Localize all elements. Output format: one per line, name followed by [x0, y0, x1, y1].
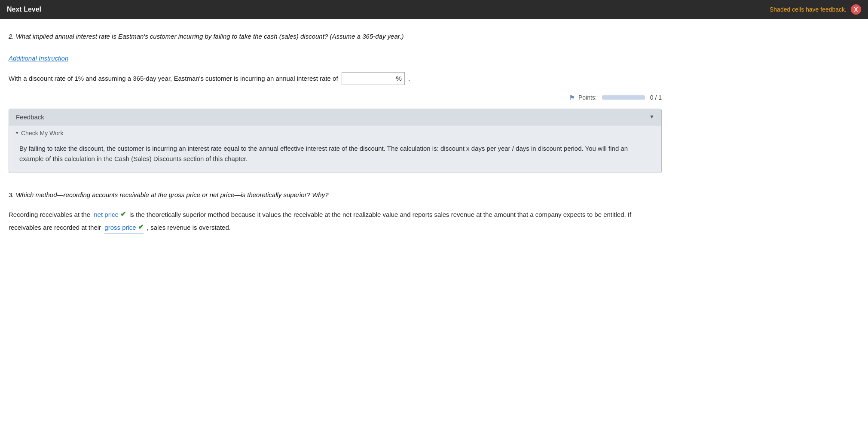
app-title: Next Level — [7, 6, 41, 13]
app-header: Next Level Shaded cells have feedback. X — [0, 0, 868, 19]
question3-block: 3. Which method—recording accounts recei… — [9, 190, 662, 234]
net-price-answer-text: net price — [94, 209, 119, 220]
percent-symbol: % — [396, 73, 402, 84]
answer-input-wrapper: % — [342, 72, 405, 85]
inline-answer-net-price: net price ✔ — [94, 208, 126, 221]
q3-text-before: Recording receivables at the — [9, 211, 90, 218]
flag-icon: ⚑ — [569, 94, 575, 102]
feedback-body-text: By failing to take the discount, the cus… — [16, 142, 654, 166]
q3-text-after: , sales revenue is overstated. — [147, 224, 231, 231]
net-price-checkmark-icon: ✔ — [120, 208, 126, 221]
gross-price-checkmark-icon: ✔ — [138, 221, 144, 234]
points-row: ⚑ Points: 0 / 1 — [9, 94, 662, 102]
answer-line: With a discount rate of 1% and assuming … — [9, 72, 662, 85]
question2-block: 2. What implied annual interest rate is … — [9, 32, 662, 173]
additional-instruction-link[interactable]: Additional Instruction — [9, 55, 68, 62]
check-my-work-row: ▾ Check My Work — [16, 130, 654, 137]
gross-price-answer-text: gross price — [104, 222, 136, 233]
check-my-work-label: Check My Work — [21, 130, 64, 137]
main-content: 2. What implied annual interest rate is … — [0, 19, 670, 243]
header-right: Shaded cells have feedback. X — [770, 4, 861, 15]
feedback-container: Feedback ▼ ▾ Check My Work By failing to… — [9, 109, 662, 173]
question2-text: 2. What implied annual interest rate is … — [9, 32, 662, 42]
feedback-header[interactable]: Feedback ▼ — [9, 109, 661, 125]
feedback-header-label: Feedback — [16, 113, 44, 121]
close-button[interactable]: X — [851, 4, 861, 15]
annual-rate-input[interactable] — [345, 75, 396, 82]
inline-answer-gross-price: gross price ✔ — [104, 221, 143, 234]
points-label: Points: — [578, 94, 597, 101]
points-value: 0 / 1 — [650, 94, 662, 101]
feedback-body: ▾ Check My Work By failing to take the d… — [9, 125, 661, 173]
points-progress-bar — [602, 95, 645, 100]
shaded-cells-notice: Shaded cells have feedback. — [770, 6, 847, 13]
feedback-chevron-icon: ▼ — [649, 114, 654, 120]
answer-text-before: With a discount rate of 1% and assuming … — [9, 73, 338, 84]
check-my-work-triangle-icon: ▾ — [16, 130, 18, 136]
answer-text-after: . — [408, 73, 410, 84]
question3-text: 3. Which method—recording accounts recei… — [9, 190, 662, 200]
question3-answer-paragraph: Recording receivables at the net price ✔… — [9, 208, 662, 234]
